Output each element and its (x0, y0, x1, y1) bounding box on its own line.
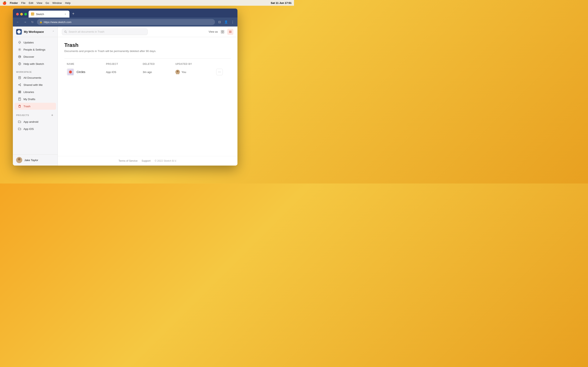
back-button[interactable]: ← (15, 19, 21, 25)
page-subtitle: Documents and projects in Trash will be … (64, 50, 231, 53)
tab-label: Sketch (36, 13, 44, 16)
support-link[interactable]: Support (142, 159, 151, 162)
user-profile-button[interactable]: 👤 (223, 19, 229, 25)
sidebar-item-app-android[interactable]: App android (15, 118, 56, 125)
view-controls: View as (209, 29, 233, 35)
sidebar-item-app-ios[interactable]: App iOS (15, 125, 56, 132)
close-window-button[interactable] (16, 13, 19, 16)
svg-rect-28 (221, 32, 222, 33)
sidebar-item-all-documents[interactable]: All Documents (15, 74, 56, 81)
minimize-window-button[interactable] (20, 13, 23, 16)
svg-rect-21 (19, 106, 20, 108)
workspace-header[interactable]: My Workspace ⌃ (13, 26, 58, 37)
sidebar-item-shared-with-me[interactable]: Shared with Me (15, 81, 56, 88)
col-deleted: DELETED (143, 63, 175, 66)
sidebar: My Workspace ⌃ Updates People & Settings (13, 26, 58, 166)
grid-view-button[interactable] (219, 29, 226, 35)
address-bar[interactable]: 🔒 https://www.sketch.com (37, 19, 215, 25)
app-layout: My Workspace ⌃ Updates People & Settings (13, 26, 237, 166)
list-view-button[interactable] (227, 29, 233, 35)
user-profile-area[interactable]: Jake Taylor (13, 154, 58, 166)
sidebar-item-my-drafts[interactable]: My Drafts (15, 96, 56, 103)
doc-updated-by-cell: You (175, 70, 216, 74)
sidebar-label-app-android: App android (24, 120, 38, 123)
tab-close-button[interactable]: × (64, 12, 67, 16)
menubar: 🍎 Finder File Edit View Go Window Help S… (0, 0, 294, 6)
maximize-window-button[interactable] (24, 13, 27, 16)
sidebar-label-all-docs: All Documents (24, 76, 41, 79)
search-placeholder: Search all documents in Trash (69, 30, 104, 33)
divider (64, 58, 231, 58)
more-options-button[interactable]: ⋮ (230, 19, 235, 25)
row-more-button[interactable]: ··· (216, 69, 223, 75)
copyright-text: © 2022 Sketch B.V. (155, 159, 177, 162)
doc-name-cell: Circles (67, 68, 106, 76)
apple-menu[interactable]: 🍎 (2, 1, 7, 5)
sidebar-item-discover[interactable]: Discover (15, 53, 56, 60)
browser-toolbar: ← → ↻ 🔒 https://www.sketch.com ⊡ 👤 ⋮ (13, 17, 237, 26)
avatar (16, 157, 22, 163)
menubar-window[interactable]: Window (52, 1, 62, 4)
terms-link[interactable]: Terms of Service (119, 159, 138, 162)
doc-red-dot (69, 71, 72, 73)
main-content: Search all documents in Trash View as Tr… (58, 26, 237, 166)
compass-icon (18, 55, 21, 58)
sidebar-label-discover: Discover (24, 55, 34, 58)
menubar-file[interactable]: File (21, 1, 26, 4)
sidebar-label-libraries: Libraries (24, 91, 34, 94)
svg-rect-27 (223, 30, 224, 32)
new-tab-button[interactable]: + (70, 11, 76, 17)
sidebar-item-libraries[interactable]: Libraries (15, 89, 56, 95)
doc-project: App iOS (106, 71, 143, 74)
svg-line-25 (66, 32, 67, 33)
svg-rect-26 (221, 30, 222, 32)
svg-rect-7 (18, 76, 21, 79)
sidebar-item-people[interactable]: People & Settings (15, 46, 56, 53)
svg-marker-0 (32, 13, 34, 15)
sidebar-label-shared: Shared with Me (24, 83, 43, 86)
library-icon (18, 90, 21, 94)
menubar-help[interactable]: Help (65, 1, 71, 4)
col-project: PROJECT (106, 63, 143, 66)
sidebar-label-drafts: My Drafts (24, 98, 35, 101)
col-actions (216, 63, 228, 66)
reload-button[interactable]: ↻ (30, 19, 35, 25)
svg-point-10 (20, 84, 21, 84)
add-project-button[interactable]: + (50, 113, 54, 117)
lock-icon: 🔒 (39, 21, 43, 24)
workspace-section-label: WORKSPACE (13, 67, 58, 74)
browser-chrome: Sketch × + ← → ↻ 🔒 https://www.sketch.co… (13, 8, 237, 26)
folder-ios-icon (18, 127, 21, 131)
view-as-label: View as (209, 30, 218, 33)
menubar-go[interactable]: Go (45, 1, 49, 4)
browser-tab-sketch[interactable]: Sketch × (29, 11, 69, 17)
tab-favicon (31, 12, 34, 16)
menubar-edit[interactable]: Edit (29, 1, 33, 4)
col-updated-by: UPDATED BY (175, 63, 216, 66)
col-name: NAME (67, 63, 106, 66)
workspace-name: My Workspace (24, 30, 50, 33)
share-icon (18, 83, 21, 87)
sidebar-toggle-button[interactable]: ⊡ (217, 19, 222, 25)
menubar-view[interactable]: View (36, 1, 42, 4)
svg-rect-16 (19, 91, 20, 93)
svg-marker-4 (18, 56, 20, 57)
mini-avatar (175, 70, 180, 74)
table-row[interactable]: Circles App iOS 3m ago You ··· (64, 66, 231, 78)
content-header: Search all documents in Trash View as (58, 26, 237, 37)
content-footer: Terms of Service Support © 2022 Sketch B… (58, 156, 237, 166)
tab-bar: Sketch × + (13, 8, 237, 17)
doc-name: Circles (77, 70, 85, 74)
all-docs-icon (18, 76, 21, 80)
sidebar-item-help[interactable]: Help with Sketch (15, 60, 56, 67)
sidebar-item-trash[interactable]: Trash (15, 103, 56, 110)
traffic-lights (15, 13, 29, 16)
search-box[interactable]: Search all documents in Trash (62, 29, 148, 35)
svg-point-23 (17, 161, 21, 163)
bell-icon (18, 41, 21, 44)
menubar-finder[interactable]: Finder (10, 1, 18, 4)
sidebar-nav: Updates People & Settings Discover (13, 37, 58, 134)
forward-button[interactable]: → (22, 19, 28, 25)
sidebar-item-updates[interactable]: Updates (15, 39, 56, 46)
menubar-time: Sat 11 Jun 17:51 (271, 1, 292, 4)
